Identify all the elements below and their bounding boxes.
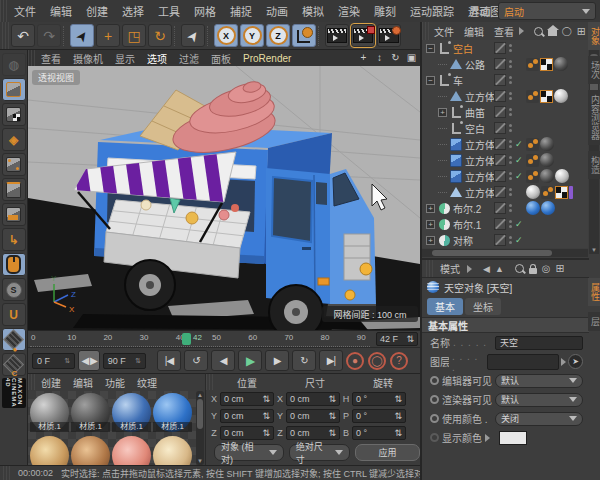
coord-value-field[interactable]: 0 cm⇅ bbox=[220, 426, 274, 440]
coord-value-field[interactable]: 0 °⇅ bbox=[352, 409, 406, 423]
visibility-toggles[interactable] bbox=[494, 42, 512, 54]
om-horizontal-scrollbar[interactable] bbox=[422, 249, 588, 257]
autokey-button[interactable]: ◯ bbox=[368, 352, 386, 370]
keyframe-circle-icon[interactable] bbox=[430, 433, 439, 442]
vp-menu-过滤[interactable]: 过滤 bbox=[173, 51, 205, 66]
target-icon[interactable]: ◎ bbox=[542, 263, 551, 274]
workplane-snap-button[interactable]: C bbox=[2, 353, 26, 376]
visibility-dots[interactable] bbox=[509, 220, 512, 228]
object-row[interactable]: +对称✓ bbox=[422, 232, 588, 248]
coord-value-field[interactable]: 0 cm⇅ bbox=[220, 392, 274, 406]
axis-y-lock-button[interactable]: Y bbox=[240, 24, 264, 47]
visibility-icon[interactable] bbox=[494, 202, 506, 214]
mat-menu-纹理[interactable]: 纹理 bbox=[131, 375, 163, 390]
material-tag-icon[interactable] bbox=[540, 137, 554, 151]
enabled-check-icon[interactable]: ✓ bbox=[515, 219, 523, 229]
menubar-drag-handle[interactable] bbox=[0, 0, 7, 22]
visibility-icon[interactable] bbox=[494, 234, 506, 246]
enabled-check-icon[interactable]: ✓ bbox=[515, 139, 523, 149]
object-row[interactable]: +布尔.2 bbox=[422, 200, 588, 216]
scroll-thumb[interactable] bbox=[197, 399, 203, 429]
phong-tag-icon[interactable] bbox=[526, 90, 539, 103]
coord-value-field[interactable]: 0 cm⇅ bbox=[220, 409, 274, 423]
spinner-icon[interactable]: ⇅ bbox=[394, 428, 402, 438]
picker-icon[interactable]: ➤ bbox=[568, 354, 583, 369]
expander-icon[interactable]: − bbox=[426, 44, 435, 53]
timeline-ruler[interactable]: 0102030405060708090 42 42 F ⇅ bbox=[28, 330, 420, 348]
last-tool-button[interactable]: ➤ bbox=[181, 24, 205, 47]
visibility-toggles[interactable] bbox=[494, 58, 512, 70]
filter-icon[interactable]: ◯ bbox=[562, 26, 572, 36]
keyframe-circle-icon[interactable] bbox=[430, 376, 439, 385]
om-menu-文件[interactable]: 文件 bbox=[429, 24, 459, 39]
coord-value-field[interactable]: 0 cm⇅ bbox=[286, 426, 340, 440]
keyframe-selection-button[interactable]: ? bbox=[390, 352, 408, 370]
visibility-dots[interactable] bbox=[509, 204, 512, 212]
interface-dropdown[interactable]: 启动 bbox=[498, 2, 596, 20]
material-tag-icon[interactable] bbox=[540, 169, 554, 183]
visibility-toggles[interactable] bbox=[494, 202, 512, 214]
material-item[interactable]: 材质.1 bbox=[112, 393, 151, 432]
om-menu-编辑[interactable]: 编辑 bbox=[459, 24, 489, 39]
menu-运动跟踪[interactable]: 运动跟踪 bbox=[403, 3, 461, 19]
texture-tag-icon[interactable] bbox=[540, 90, 553, 103]
visibility-toggles[interactable] bbox=[494, 122, 512, 134]
menu-创建[interactable]: 创建 bbox=[79, 3, 115, 19]
object-row[interactable]: 公路 bbox=[422, 56, 588, 72]
expander-icon[interactable]: + bbox=[426, 204, 435, 213]
coord-value-field[interactable]: 0 °⇅ bbox=[352, 392, 406, 406]
visibility-toggles[interactable]: ✓ bbox=[494, 154, 523, 166]
pan-view-icon[interactable]: + bbox=[357, 50, 370, 64]
menu-编辑[interactable]: 编辑 bbox=[43, 3, 79, 19]
visibility-dots[interactable] bbox=[509, 124, 512, 132]
spinner-icon[interactable]: ⇅ bbox=[328, 394, 336, 404]
size-mode-dropdown[interactable]: 绝对尺寸 bbox=[289, 444, 350, 461]
enabled-check-icon[interactable]: ✓ bbox=[515, 235, 523, 245]
am-menu-handle[interactable] bbox=[426, 260, 433, 277]
visibility-dots[interactable] bbox=[509, 236, 512, 244]
visibility-dots[interactable] bbox=[509, 44, 512, 52]
start-frame-field[interactable]: 0 F⇅ bbox=[32, 353, 75, 369]
mat-menu-编辑[interactable]: 编辑 bbox=[67, 375, 99, 390]
material-scrollbar[interactable]: ▲ ▼ bbox=[196, 391, 204, 465]
coord-value-field[interactable]: 0 °⇅ bbox=[352, 426, 406, 440]
current-frame-field[interactable]: 42 F ⇅ bbox=[376, 332, 418, 346]
material-item[interactable] bbox=[112, 436, 151, 466]
material-item[interactable]: 材质.1 bbox=[71, 393, 110, 432]
workplane-lock-button[interactable]: ● bbox=[2, 328, 26, 351]
object-row[interactable]: 立方体.2✓ bbox=[422, 152, 588, 168]
visibility-icon[interactable] bbox=[494, 90, 506, 102]
search-icon[interactable] bbox=[515, 264, 524, 273]
enabled-check-icon[interactable]: ✓ bbox=[515, 155, 523, 165]
visibility-toggles[interactable]: ✓ bbox=[494, 138, 523, 150]
expander-icon[interactable]: + bbox=[426, 220, 435, 229]
snap-settings-button[interactable]: S bbox=[2, 278, 26, 301]
visibility-icon[interactable] bbox=[494, 170, 506, 182]
goto-start-button[interactable]: |◀ bbox=[157, 350, 181, 371]
visibility-toggles[interactable] bbox=[494, 186, 512, 198]
home-icon[interactable] bbox=[548, 30, 557, 36]
vp-menu-面板[interactable]: 面板 bbox=[205, 51, 237, 66]
next-frame-button[interactable]: ▶ bbox=[265, 350, 289, 371]
dock-tab-内容浏览器[interactable]: 内容浏览器 bbox=[588, 90, 600, 145]
visibility-icon[interactable] bbox=[494, 42, 506, 54]
vp-menu-ProRender[interactable]: ProRender bbox=[237, 53, 297, 64]
field-input[interactable]: 天空 bbox=[495, 336, 583, 350]
layer-input[interactable] bbox=[487, 354, 559, 370]
render-settings-button[interactable] bbox=[377, 24, 401, 47]
object-row[interactable]: 立方体 bbox=[422, 184, 588, 200]
object-row[interactable]: −车 bbox=[422, 72, 588, 88]
record-keyframe-button[interactable]: ● bbox=[346, 352, 364, 370]
visibility-dots[interactable] bbox=[509, 156, 512, 164]
vp-menu-选项[interactable]: 选项 bbox=[141, 51, 173, 66]
texture-mode-button[interactable] bbox=[2, 103, 26, 126]
coord-value-field[interactable]: 0 cm⇅ bbox=[286, 409, 340, 423]
visibility-dots[interactable] bbox=[509, 172, 512, 180]
scroll-thumb[interactable] bbox=[432, 250, 552, 256]
material-tag-icon[interactable] bbox=[526, 201, 540, 215]
mat-menu-功能[interactable]: 功能 bbox=[99, 375, 131, 390]
dock-tab-层[interactable]: 层 bbox=[588, 312, 600, 331]
phong-tag-icon[interactable] bbox=[526, 170, 539, 183]
coord-mode-dropdown[interactable]: 对象 (相对) bbox=[214, 444, 284, 461]
material-item[interactable]: 材质.1 bbox=[30, 393, 69, 432]
